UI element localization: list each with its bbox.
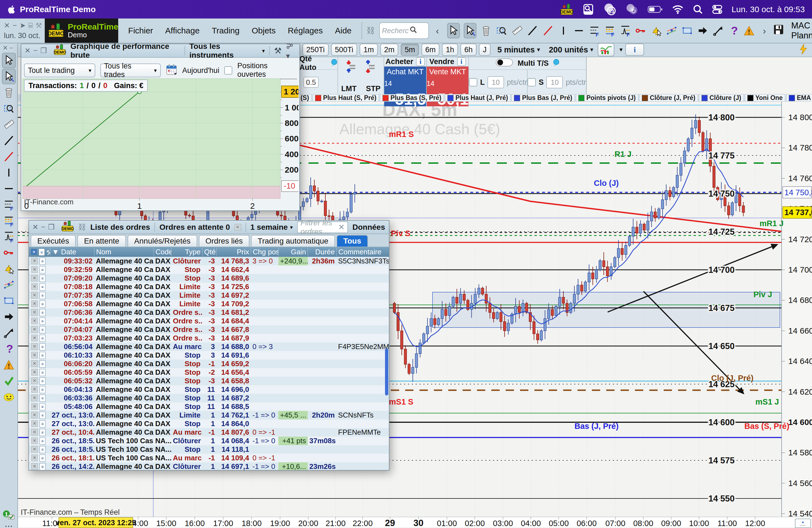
close-icon[interactable]: ✕ — [4, 21, 13, 30]
cancel-order-icon[interactable]: ✕ — [31, 446, 38, 453]
alert-bell-icon[interactable] — [2, 261, 15, 276]
warning-icon[interactable] — [743, 24, 755, 38]
pointer-undo-icon[interactable]: ↺ — [464, 23, 476, 39]
rectangle-icon[interactable] — [681, 24, 693, 38]
cancel-order-icon[interactable]: ✕ — [31, 395, 38, 401]
order-details-icon[interactable]: ≡ — [40, 378, 46, 385]
line-black-icon[interactable] — [2, 133, 15, 148]
order-row[interactable]: ✕≡27 oct., 13:0...Allemagne 40 Ca...DAXS… — [29, 420, 389, 428]
timeframe-1h[interactable]: 1h — [442, 44, 458, 56]
s-points-input[interactable]: 10 — [546, 76, 563, 88]
order-row[interactable]: ✕≡07:06:36Allemagne 40 Ca...DAXOrdre s..… — [29, 308, 389, 317]
timeframe-6m[interactable]: 6m — [421, 44, 440, 56]
order-details-icon[interactable]: ≡ — [40, 463, 46, 470]
order-details-icon[interactable]: ≡ — [40, 437, 46, 444]
order-row[interactable]: ✕≡26 oct., 18:5...US Tech 100 Cas...NA..… — [29, 445, 389, 454]
order-details-icon[interactable]: ≡ — [40, 361, 46, 368]
orders-table-header[interactable]: ✕≡⚒▼ DateNomCodeTypeQtéPrixChg posGainDu… — [29, 247, 389, 257]
battery-icon[interactable] — [648, 5, 663, 14]
buy-info-icon[interactable]: i — [416, 57, 425, 66]
zoom-selection-icon[interactable] — [2, 101, 15, 116]
timeframe-2m[interactable]: 2m — [380, 44, 398, 56]
minimize-icon[interactable]: − — [33, 46, 40, 55]
minimize-icon[interactable]: − — [13, 21, 19, 30]
menu-aide[interactable]: Aide — [335, 26, 352, 35]
units-select[interactable]: 200 unités▾ — [549, 45, 593, 54]
order-details-icon[interactable]: ≡ — [40, 455, 46, 462]
orders-window-titlebar[interactable]: ✕−❒ DEMO ⛓ Liste des ordres Ordres en at… — [29, 221, 389, 234]
legend-item[interactable]: Plus Bas (J, Pré) — [511, 94, 575, 102]
save-icon[interactable] — [773, 24, 784, 37]
l-points-input[interactable]: 10 — [488, 76, 504, 88]
timeframe-500Ti[interactable]: 500Ti — [331, 44, 358, 56]
channel-icon[interactable] — [2, 277, 15, 292]
pin-icon[interactable]: ➤ — [19, 21, 28, 30]
legend-item[interactable]: Clôture (J, Pré) — [639, 94, 698, 102]
cancel-order-icon[interactable]: ✕ — [31, 386, 38, 393]
order-row[interactable]: ✕≡27 oct., 10:4...Allemagne 40 Ca...DAXA… — [29, 428, 389, 437]
trading-filter-select[interactable]: Tout le trading▾ — [24, 63, 95, 77]
order-row[interactable]: ✕≡06:10:33Allemagne 40 Ca...DAXStop314 6… — [29, 351, 389, 360]
cancel-order-icon[interactable]: ✕ — [31, 300, 38, 307]
legend-item[interactable]: Clôture (J) — [699, 94, 744, 102]
lightning-icon[interactable] — [799, 44, 808, 56]
order-row[interactable]: ✕≡26 oct., 18:5...US Tech 100 Cas...NA..… — [29, 437, 389, 445]
camera-icon[interactable] — [582, 4, 594, 15]
menu-objets[interactable]: Objets — [251, 26, 276, 35]
chevron-right-icon[interactable]: › — [759, 24, 770, 38]
column-header-type[interactable]: Type — [171, 248, 202, 256]
menu-réglages[interactable]: Réglages — [288, 26, 323, 35]
order-details-icon[interactable]: ≡ — [40, 395, 46, 402]
indicator-zones-icon[interactable]: F — [604, 24, 615, 38]
instrument-select[interactable]: Tous les instruments▾ — [189, 42, 265, 60]
cancel-order-icon[interactable]: ✕ — [31, 369, 38, 376]
order-details-icon[interactable]: ≡ — [40, 318, 46, 325]
close-icon[interactable]: ✕ — [32, 223, 41, 231]
order-row[interactable]: ✕≡06:06:20Allemagne 40 Ca...DAXStop-114 … — [29, 360, 389, 368]
order-row[interactable]: ✕≡06:03:36Allemagne 40 Ca...DAXStop1114 … — [29, 394, 389, 402]
order-row[interactable]: ✕≡07:08:18Allemagne 40 Ca...DAXLimite-31… — [29, 282, 389, 291]
legend-item[interactable]: Yoni One — [745, 94, 785, 102]
trash-icon[interactable] — [480, 24, 492, 38]
menu-fichier[interactable]: Fichier — [128, 26, 153, 35]
cancel-order-icon[interactable]: ✕ — [31, 455, 38, 461]
performance-chart[interactable]: 1 0008006004002001 204,5-10012IT-Finance… — [23, 77, 299, 210]
timeframe-1m[interactable]: 1m — [360, 44, 378, 56]
indicator-zones-icon[interactable]: F — [2, 213, 15, 229]
column-header-commentaire[interactable]: Commentaire — [336, 248, 389, 256]
cancel-order-icon[interactable]: ✕ — [31, 292, 38, 298]
multi-ts-toggle[interactable] — [495, 58, 513, 69]
pointer-icon[interactable] — [447, 23, 460, 39]
order-row[interactable]: ✕≡05:48:06Allemagne 40 Ca...DAXStop1114 … — [29, 402, 389, 411]
tab-ordres-li-s[interactable]: Ordres liés — [199, 235, 249, 247]
timeframe-6h[interactable]: 6h — [460, 44, 476, 56]
stop-checkbox[interactable] — [527, 78, 536, 86]
arrow-diagonal-icon[interactable] — [712, 24, 724, 38]
calendar-icon[interactable] — [166, 64, 177, 77]
cancel-order-icon[interactable]: ✕ — [31, 309, 38, 316]
menu-affichage[interactable]: Affichage — [165, 26, 200, 35]
cancel-order-icon[interactable]: ✕ — [31, 429, 38, 436]
line-vertical-icon[interactable] — [557, 24, 569, 38]
warning-icon[interactable] — [2, 357, 15, 372]
timeframe-250Ti[interactable]: 250Ti — [302, 44, 329, 56]
order-row[interactable]: ✕≡06:56:04Allemagne 40 Ca...DAXAu marc..… — [29, 342, 389, 351]
order-row[interactable]: ✕≡07:06:58Allemagne 40 Ca...DAXLimite-31… — [29, 299, 389, 308]
more-icon[interactable]: ⋯ — [5, 525, 13, 527]
sync-circles-icon[interactable]: ↻ — [626, 3, 638, 16]
close-icon[interactable]: ✕ — [25, 46, 33, 55]
panel-icon[interactable]: ⌸ — [28, 21, 35, 30]
ruler-icon[interactable] — [2, 117, 15, 132]
demo-badge[interactable]: DEMO — [561, 3, 573, 15]
column-header-chg-pos[interactable]: Chg pos — [251, 248, 278, 256]
order-details-icon[interactable]: ≡ — [40, 446, 46, 453]
order-row[interactable]: ✕≡06:05:32Allemagne 40 Ca...DAXStop-314 … — [29, 377, 389, 385]
channel-icon[interactable] — [666, 24, 678, 38]
cancel-order-icon[interactable]: ✕ — [31, 275, 38, 281]
key-icon[interactable] — [635, 24, 647, 38]
cancel-order-icon[interactable]: ✕ — [31, 266, 38, 273]
menu-trading[interactable]: Trading — [212, 26, 240, 35]
check-icon[interactable] — [2, 373, 15, 388]
cancel-order-icon[interactable]: ✕ — [31, 437, 38, 444]
clear-filter-icon[interactable]: ✕ — [338, 223, 345, 232]
